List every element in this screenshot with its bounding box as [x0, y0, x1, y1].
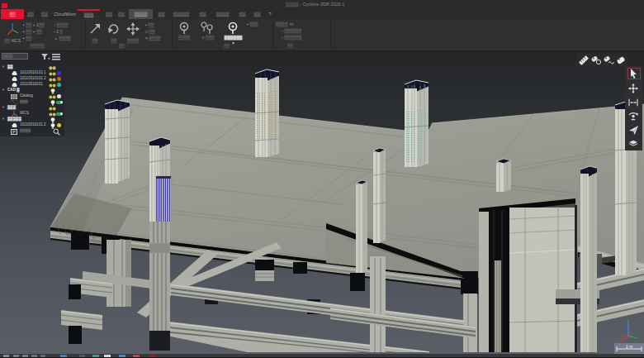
svg-text:1 m: 1 m — [626, 344, 632, 349]
